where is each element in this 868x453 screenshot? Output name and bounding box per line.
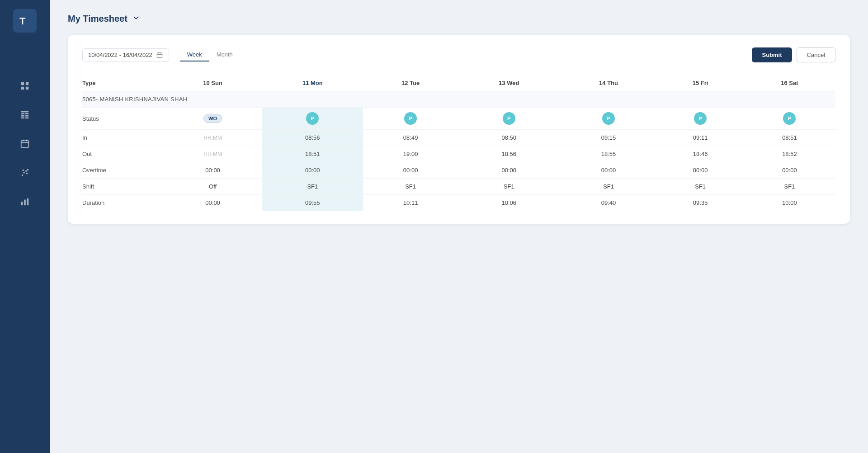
timesheet-table: Type 10 Sun 11 Mon 12 Tue 13 Wed 14 Thu … bbox=[82, 75, 835, 211]
ot-fri: 00:00 bbox=[657, 162, 743, 179]
row-label-duration: Duration bbox=[82, 195, 164, 211]
controls-left: 10/04/2022 - 16/04/2022 Week Month bbox=[82, 48, 240, 62]
sidebar: T bbox=[0, 0, 50, 453]
svg-rect-11 bbox=[25, 118, 28, 119]
svg-rect-5 bbox=[21, 111, 29, 113]
submit-button[interactable]: Submit bbox=[752, 47, 792, 62]
view-tabs: Week Month bbox=[180, 48, 240, 61]
dur-thu: 09:40 bbox=[560, 195, 657, 211]
shift-sat: SF1 bbox=[744, 179, 835, 195]
status-tue: P bbox=[363, 108, 458, 130]
col-header-tue: 12 Tue bbox=[363, 75, 458, 91]
status-thu: P bbox=[560, 108, 657, 130]
sidebar-item-calendar[interactable] bbox=[17, 136, 33, 152]
controls-right: Submit Cancel bbox=[752, 47, 835, 62]
title-dropdown-button[interactable] bbox=[132, 14, 140, 24]
table-row-shift: Shift Off SF1 SF1 SF1 SF1 SF1 SF1 bbox=[82, 179, 835, 195]
col-header-fri: 15 Fri bbox=[657, 75, 743, 91]
svg-rect-24 bbox=[27, 198, 29, 206]
status-badge-wo: WO bbox=[203, 114, 222, 123]
page-header: My Timesheet bbox=[68, 14, 850, 24]
table-row-duration: Duration 00:00 09:55 10:11 10:06 09:40 0… bbox=[82, 195, 835, 211]
svg-rect-7 bbox=[25, 113, 28, 114]
in-mon: 08:56 bbox=[262, 130, 363, 146]
sidebar-item-barchart[interactable] bbox=[17, 193, 33, 210]
svg-rect-1 bbox=[21, 82, 24, 85]
svg-rect-3 bbox=[21, 87, 24, 90]
svg-point-16 bbox=[22, 175, 24, 176]
ot-sat: 00:00 bbox=[744, 162, 835, 179]
svg-rect-12 bbox=[21, 141, 29, 148]
row-label-overtime: Overtime bbox=[82, 162, 164, 179]
main-content: My Timesheet 10/04/2022 - 16/04/2022 bbox=[50, 0, 868, 453]
sidebar-item-grid[interactable] bbox=[17, 78, 33, 94]
dur-fri: 09:35 bbox=[657, 195, 743, 211]
shift-tue: SF1 bbox=[363, 179, 458, 195]
col-header-thu: 14 Thu bbox=[560, 75, 657, 91]
sidebar-item-table[interactable] bbox=[17, 107, 33, 123]
date-range-picker[interactable]: 10/04/2022 - 16/04/2022 bbox=[82, 48, 169, 62]
svg-text:T: T bbox=[19, 15, 26, 27]
svg-rect-8 bbox=[21, 115, 24, 117]
table-row-status: Status WO P P P P bbox=[82, 108, 835, 130]
in-fri: 09:11 bbox=[657, 130, 743, 146]
shift-sun: Off bbox=[164, 179, 262, 195]
employee-header-row: 5065- MANISH KRISHNAJIVAN SHAH bbox=[82, 91, 835, 108]
status-wed: P bbox=[458, 108, 560, 130]
row-label-status: Status bbox=[82, 108, 164, 130]
scatter-icon bbox=[20, 168, 30, 178]
table-icon bbox=[20, 110, 30, 120]
title-row: My Timesheet bbox=[68, 14, 140, 24]
dur-sat: 10:00 bbox=[744, 195, 835, 211]
status-badge-p-sat: P bbox=[783, 112, 796, 125]
row-label-out: Out bbox=[82, 146, 164, 162]
ot-wed: 00:00 bbox=[458, 162, 560, 179]
svg-rect-6 bbox=[21, 113, 24, 114]
controls-row: 10/04/2022 - 16/04/2022 Week Month Submi… bbox=[82, 47, 835, 62]
status-sat: P bbox=[744, 108, 835, 130]
in-tue: 08:49 bbox=[363, 130, 458, 146]
svg-point-19 bbox=[27, 169, 29, 171]
date-range-value: 10/04/2022 - 16/04/2022 bbox=[88, 52, 152, 58]
col-header-wed: 13 Wed bbox=[458, 75, 560, 91]
svg-rect-9 bbox=[25, 115, 28, 117]
timesheet-card: 10/04/2022 - 16/04/2022 Week Month Submi… bbox=[68, 35, 850, 224]
svg-point-21 bbox=[26, 173, 28, 175]
dur-tue: 10:11 bbox=[363, 195, 458, 211]
status-badge-p-mon: P bbox=[306, 112, 319, 125]
in-sun: HH:MM bbox=[164, 130, 262, 146]
out-sat: 18:52 bbox=[744, 146, 835, 162]
page-title: My Timesheet bbox=[68, 14, 127, 24]
out-sun: HH:MM bbox=[164, 146, 262, 162]
sidebar-item-scatter[interactable] bbox=[17, 165, 33, 181]
table-row-out: Out HH:MM 18:51 19:00 18:56 18:55 18:46 … bbox=[82, 146, 835, 162]
in-sun-placeholder: HH:MM bbox=[203, 135, 222, 141]
svg-rect-10 bbox=[21, 118, 24, 119]
grid-icon bbox=[20, 81, 30, 91]
dur-sun: 00:00 bbox=[164, 195, 262, 211]
calendar-icon bbox=[20, 139, 30, 149]
in-thu: 09:15 bbox=[560, 130, 657, 146]
sidebar-navigation bbox=[17, 78, 33, 210]
ot-thu: 00:00 bbox=[560, 162, 657, 179]
status-fri: P bbox=[657, 108, 743, 130]
logo-icon: T bbox=[18, 14, 32, 28]
svg-rect-22 bbox=[21, 202, 23, 205]
in-sat: 08:51 bbox=[744, 130, 835, 146]
out-tue: 19:00 bbox=[363, 146, 458, 162]
cancel-button[interactable]: Cancel bbox=[797, 47, 835, 62]
tab-month[interactable]: Month bbox=[209, 48, 240, 61]
status-badge-p-thu: P bbox=[602, 112, 615, 125]
barchart-icon bbox=[20, 197, 30, 207]
table-header-row: Type 10 Sun 11 Mon 12 Tue 13 Wed 14 Thu … bbox=[82, 75, 835, 91]
table-row-overtime: Overtime 00:00 00:00 00:00 00:00 00:00 0… bbox=[82, 162, 835, 179]
svg-point-20 bbox=[23, 170, 24, 171]
status-badge-p-wed: P bbox=[503, 112, 515, 125]
out-wed: 18:56 bbox=[458, 146, 560, 162]
ot-sun: 00:00 bbox=[164, 162, 262, 179]
col-header-mon: 11 Mon bbox=[262, 75, 363, 91]
table-row-in: In HH:MM 08:56 08:49 08:50 09:15 09:11 0… bbox=[82, 130, 835, 146]
out-fri: 18:46 bbox=[657, 146, 743, 162]
col-header-sat: 16 Sat bbox=[744, 75, 835, 91]
tab-week[interactable]: Week bbox=[180, 48, 209, 61]
